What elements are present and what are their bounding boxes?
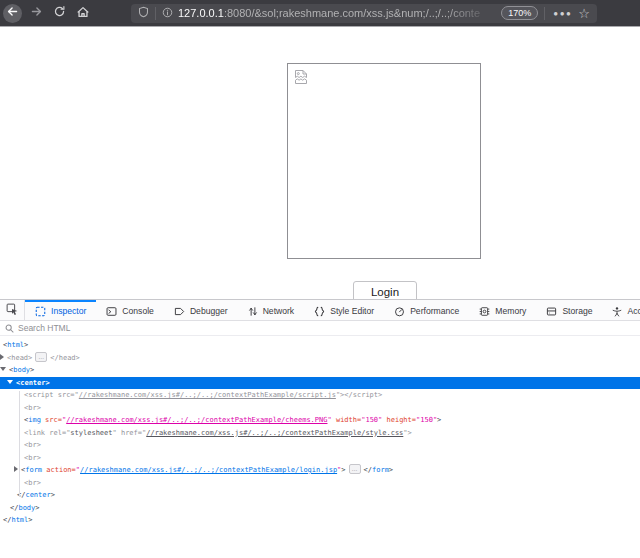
storage-icon xyxy=(546,306,557,317)
markup-row[interactable]: <br> xyxy=(0,452,640,465)
tab-label: Storage xyxy=(562,306,592,316)
collapsed-content-badge[interactable]: … xyxy=(35,352,47,362)
browser-toolbar: 127.0.0.1:8080/&sol;rakeshmane.com/xss.j… xyxy=(0,0,640,27)
markup-token: > xyxy=(46,379,50,387)
reload-button[interactable] xyxy=(53,4,66,22)
tracking-protection-shield-icon[interactable] xyxy=(138,4,149,22)
markup-token: "> xyxy=(403,429,411,437)
style-editor-icon xyxy=(314,306,325,317)
markup-token: > xyxy=(389,466,393,474)
markup-token: </ xyxy=(364,466,372,474)
url-bar[interactable]: 127.0.0.1:8080/&sol;rakeshmane.com/xss.j… xyxy=(131,4,597,23)
tab-memory[interactable]: Memory xyxy=(469,300,536,320)
tab-debugger[interactable]: Debugger xyxy=(164,300,238,320)
markup-token: width xyxy=(336,416,357,424)
devtools-tabbar: InspectorConsoleDebuggerNetworkStyle Edi… xyxy=(0,300,640,321)
page-actions-button[interactable]: ●●● xyxy=(553,9,572,18)
markup-token: form xyxy=(372,466,389,474)
browser-window: 127.0.0.1:8080/&sol;rakeshmane.com/xss.j… xyxy=(0,0,640,558)
tab-console[interactable]: Console xyxy=(96,300,164,320)
node-picker-button[interactable] xyxy=(0,300,25,320)
markup-token: > xyxy=(51,491,55,499)
broken-image-placeholder xyxy=(287,63,481,259)
tab-label: Network xyxy=(263,306,295,316)
url-path: :8080/&sol;rakeshmane.com/xss.js&num;/..… xyxy=(224,7,480,19)
tab-label: Memory xyxy=(495,306,526,316)
markup-token: //rakeshmane.com/xss.js#/..;/..;/context… xyxy=(66,416,327,424)
expander-collapsed-icon[interactable] xyxy=(14,466,18,472)
urlbar-divider-2 xyxy=(544,7,545,20)
markup-token: " href=" xyxy=(113,429,147,437)
expander-collapsed-icon[interactable] xyxy=(0,354,4,360)
tab-inspector[interactable]: Inspector xyxy=(25,300,96,320)
markup-token: center xyxy=(25,491,50,499)
debugger-icon xyxy=(174,306,185,317)
bookmark-star-icon[interactable]: ☆ xyxy=(578,7,590,20)
markup-row[interactable]: </body> xyxy=(0,502,640,515)
markup-token: center xyxy=(20,379,45,387)
markup-token: src xyxy=(45,416,58,424)
markup-token: "150" xyxy=(416,416,437,424)
page-content: Login xyxy=(0,27,640,299)
expander-expanded-icon[interactable] xyxy=(0,367,6,371)
forward-button[interactable] xyxy=(30,4,43,22)
markup-row[interactable]: <br> xyxy=(0,439,640,452)
tab-network[interactable]: Network xyxy=(238,300,305,320)
markup-token: "></script> xyxy=(336,391,382,399)
markup-row[interactable]: <br> xyxy=(0,477,640,490)
markup-token: body xyxy=(13,366,30,374)
markup-row[interactable]: <html> xyxy=(0,339,640,352)
markup-token: <br> xyxy=(24,454,41,462)
markup-token: action xyxy=(46,466,71,474)
markup-token: stylesheet xyxy=(70,429,112,437)
login-button[interactable]: Login xyxy=(353,281,417,299)
markup-token: <br> xyxy=(24,479,41,487)
tab-label: Performance xyxy=(410,306,459,316)
tab-style-editor[interactable]: Style Editor xyxy=(304,300,384,320)
markup-row[interactable]: <form action="//rakeshmane.com/xss.js#/.… xyxy=(0,464,640,477)
site-info-icon[interactable] xyxy=(162,4,173,22)
network-icon xyxy=(248,306,258,317)
markup-token: > xyxy=(24,341,28,349)
tab-accessibility[interactable]: Accessibility xyxy=(602,300,640,320)
search-input[interactable] xyxy=(18,323,635,333)
reload-icon xyxy=(53,4,66,22)
markup-token: > xyxy=(437,416,441,424)
tab-label: Accessibility xyxy=(627,306,640,316)
markup-row[interactable]: <body> xyxy=(0,364,640,377)
markup-row[interactable]: <head>…</head> xyxy=(0,352,640,365)
tab-label: Console xyxy=(122,306,154,316)
tab-performance[interactable]: Performance xyxy=(384,300,469,320)
tab-label: Inspector xyxy=(51,306,86,316)
markup-token: body xyxy=(18,504,35,512)
markup-token: html xyxy=(7,341,24,349)
expander-expanded-icon[interactable] xyxy=(7,380,13,384)
url-text: 127.0.0.1:8080/&sol;rakeshmane.com/xss.j… xyxy=(178,7,501,19)
markup-view: <html><head>…</head><body><center><scrip… xyxy=(0,336,640,558)
markup-token: <link rel=" xyxy=(24,429,70,437)
home-icon xyxy=(76,5,90,21)
markup-row[interactable]: <link rel="stylesheet" href="//rakeshman… xyxy=(0,427,640,440)
tab-storage[interactable]: Storage xyxy=(536,300,602,320)
collapsed-content-badge[interactable]: … xyxy=(349,464,361,474)
urlbar-divider xyxy=(155,7,156,20)
back-arrow-icon xyxy=(6,4,19,22)
accessibility-icon xyxy=(612,306,622,317)
markup-row[interactable]: <img src="//rakeshmane.com/xss.js#/..;/.… xyxy=(0,414,640,427)
home-button[interactable] xyxy=(76,5,90,21)
back-button[interactable] xyxy=(3,4,22,23)
markup-token: <br> xyxy=(24,404,41,412)
markup-token: <script src=" xyxy=(24,391,79,399)
markup-row[interactable]: <script src="//rakeshmane.com/xss.js#/..… xyxy=(0,389,640,402)
html-search-bar xyxy=(0,321,640,336)
zoom-level-badge[interactable]: 170% xyxy=(501,6,538,20)
markup-token: > xyxy=(35,504,39,512)
tab-label: Debugger xyxy=(190,306,228,316)
markup-row[interactable]: <br> xyxy=(0,402,640,415)
performance-icon xyxy=(394,306,405,317)
memory-icon xyxy=(479,306,490,317)
markup-row[interactable]: </html> xyxy=(0,514,640,527)
markup-row[interactable]: </center> xyxy=(0,489,640,502)
markup-row[interactable]: <center> xyxy=(0,377,640,390)
inspector-icon xyxy=(35,306,46,317)
